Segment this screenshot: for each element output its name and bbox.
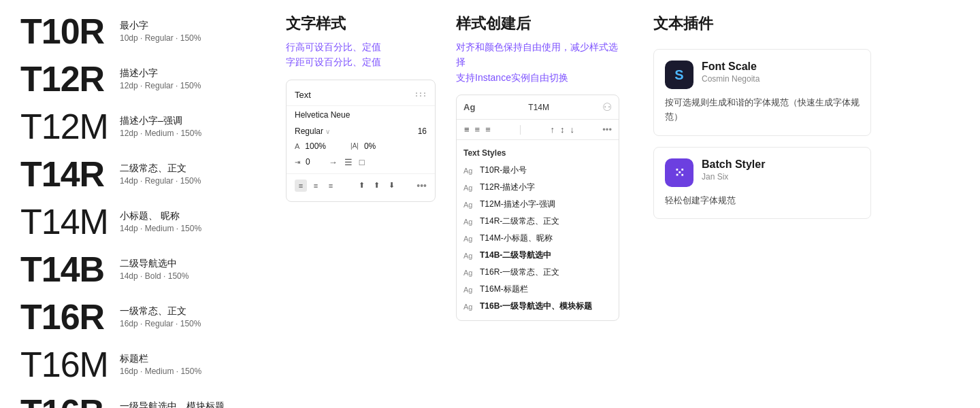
type-desc-t10r: 最小字10dp · Regular · 150%	[120, 20, 201, 43]
text-style-item-5[interactable]: AgT14B-二级导航选中	[457, 247, 619, 264]
type-meta-t10r: 10dp · Regular · 150%	[120, 33, 201, 43]
indent-icon: ⇥	[295, 158, 300, 166]
ts-ag-0: Ag	[463, 167, 474, 175]
drag-handle	[416, 92, 427, 97]
font-family-value: Helvetica Neue	[295, 109, 427, 121]
plugin-name-font-scale: Font Scale	[702, 61, 760, 73]
plugin-card-font-scale[interactable]: SFont ScaleCosmin Negoita按可选规则生成和谐的字体规范（…	[653, 49, 871, 136]
plugins-section: 文本插件 SFont ScaleCosmin Negoita按可选规则生成和谐的…	[647, 14, 960, 408]
valign-top-btn[interactable]: ⬆	[356, 180, 368, 192]
type-label-t14r: T14R	[20, 156, 109, 192]
text-style-item-6[interactable]: AgT16R-一级常态、正文	[457, 264, 619, 281]
letter-spacing-icon: |A|	[350, 142, 359, 150]
ts-ag-3: Ag	[463, 218, 474, 226]
align-left-btn[interactable]: ≡	[295, 180, 307, 192]
font-size-value[interactable]: 16	[418, 126, 427, 136]
type-meta-t14b: 14dp · Bold · 150%	[120, 271, 189, 281]
line-height-icon: A	[295, 142, 299, 150]
indent-row: ⇥ 0 → ☰ □	[287, 154, 435, 171]
ts-ag-8: Ag	[463, 303, 474, 311]
type-label-t12m: T12M	[20, 109, 109, 144]
font-weight-size-row: Regular ∨ 16	[287, 124, 435, 139]
valign-bottom-btn[interactable]: ⬇	[386, 180, 398, 192]
text-style-item-0[interactable]: AgT10R-最小号	[457, 162, 619, 179]
figma-style-name: T14M	[528, 103, 549, 112]
type-row-t16m: T16M标题栏16dp · Medium · 150%	[20, 347, 272, 382]
type-name-t14r: 二级常态、正文	[120, 163, 201, 175]
figma-link-icon[interactable]: ⚇	[602, 101, 612, 114]
plugin-author-font-scale: Cosmin Negoita	[702, 74, 760, 84]
ts-name-7: T16M-标题栏	[480, 284, 528, 295]
type-name-t16b: 一级导航选中、模块标题	[120, 401, 225, 408]
arrow-right-icon[interactable]: →	[328, 156, 338, 168]
type-name-t16r: 一级常态、正文	[120, 305, 201, 318]
type-desc-t14r: 二级常态、正文14dp · Regular · 150%	[120, 163, 201, 186]
plugin-desc-font-scale: 按可选规则生成和谐的字体规范（快速生成字体规范）	[665, 96, 860, 124]
ts-name-4: T14M-小标题、昵称	[480, 233, 553, 244]
more-options-btn[interactable]: •••	[416, 180, 427, 191]
type-meta-t14r: 14dp · Regular · 150%	[120, 176, 201, 186]
type-row-t14b: T14B二级导航选中14dp · Bold · 150%	[20, 252, 272, 287]
type-label-t14b: T14B	[20, 252, 109, 287]
type-label-t10r: T10R	[20, 14, 109, 49]
plugin-icon-font-scale: S	[665, 61, 693, 89]
plugin-card-batch-styler[interactable]: ⁙Batch StylerJan Six轻松创建字体规范	[653, 147, 871, 220]
ts-name-0: T10R-最小号	[480, 165, 527, 176]
figma-panel-toolbar: ≡ ≡ ≡ ↑ ↕ ↓ •••	[457, 120, 619, 140]
type-desc-t12r: 描述小字12dp · Regular · 150%	[120, 67, 201, 90]
valign-bot-toolbar-btn[interactable]: ↓	[569, 124, 575, 135]
align-center-toolbar-btn[interactable]: ≡	[474, 124, 481, 135]
ts-name-3: T14R-二级常态、正文	[480, 216, 559, 227]
valign-top-toolbar-btn[interactable]: ↑	[549, 124, 555, 135]
type-meta-t14m: 14dp · Medium · 150%	[120, 224, 201, 233]
type-desc-t16r: 一级常态、正文16dp · Regular · 150%	[120, 305, 201, 328]
type-name-t10r: 最小字	[120, 20, 201, 32]
text-style-title: 文字样式	[286, 14, 436, 34]
align-left-toolbar-btn[interactable]: ≡	[463, 124, 470, 135]
align-center-btn[interactable]: ≡	[310, 180, 322, 192]
line-height-value[interactable]: 100%	[305, 141, 326, 151]
text-style-item-4[interactable]: AgT14M-小标题、昵称	[457, 230, 619, 247]
align-right-toolbar-btn[interactable]: ≡	[485, 124, 491, 135]
valign-middle-btn[interactable]: ⬆	[371, 180, 383, 192]
toolbar-separator	[520, 125, 521, 135]
type-label-t16m: T16M	[20, 347, 109, 382]
type-name-t12r: 描述小字	[120, 67, 201, 80]
after-create-title: 样式创建后	[456, 14, 626, 34]
text-panel: Text Helvetica Neue Regular ∨ 16	[286, 80, 436, 202]
type-row-t16b: T16B一级导航选中、模块标题16dp · Bold · 150%	[20, 394, 272, 408]
ts-name-1: T12R-描述小字	[480, 182, 535, 193]
text-style-item-3[interactable]: AgT14R-二级常态、正文	[457, 213, 619, 230]
type-row-t12m: T12M描述小字–强调12dp · Medium · 150%	[20, 109, 272, 144]
font-family-row[interactable]: Helvetica Neue	[287, 106, 435, 124]
type-meta-t12m: 12dp · Medium · 150%	[120, 129, 201, 138]
type-name-t16m: 标题栏	[120, 353, 201, 365]
toolbar-more-btn[interactable]: •••	[602, 124, 612, 135]
align-right-btn[interactable]: ≡	[325, 180, 337, 192]
valign-mid-toolbar-btn[interactable]: ↕	[559, 124, 566, 135]
line-height-row: A 100% |A| 0%	[287, 139, 435, 154]
font-weight-value[interactable]: Regular ∨	[295, 126, 418, 136]
figma-panel-header: Ag T14M ⚇	[457, 95, 619, 120]
indent-value[interactable]: 0	[306, 157, 310, 167]
text-styles-list: Text Styles AgT10R-最小号AgT12R-描述小字AgT12M-…	[457, 140, 619, 320]
type-desc-t16b: 一级导航选中、模块标题16dp · Bold · 150%	[120, 401, 225, 408]
type-label-t12r: T12R	[20, 61, 109, 97]
valign-toolbar: ↑ ↕ ↓	[549, 124, 575, 135]
plugin-info-batch-styler: Batch StylerJan Six	[702, 158, 765, 182]
text-style-subtitle: 行高可设百分比、定值 字距可设百分比、定值	[286, 39, 436, 70]
type-label-t16b: T16B	[20, 394, 109, 408]
plugin-desc-batch-styler: 轻松创建字体规范	[665, 194, 860, 208]
page-container: T10R最小字10dp · Regular · 150%T12R描述小字12dp…	[0, 0, 980, 408]
plugin-name-batch-styler: Batch Styler	[702, 158, 765, 171]
text-style-item-1[interactable]: AgT12R-描述小字	[457, 179, 619, 196]
letter-spacing-value[interactable]: 0%	[364, 141, 376, 151]
align-justify-icon[interactable]: ☰	[344, 156, 353, 168]
truncate-icon[interactable]: □	[359, 156, 365, 168]
text-style-item-2[interactable]: AgT12M-描述小字-强调	[457, 196, 619, 213]
text-style-section: 文字样式 行高可设百分比、定值 字距可设百分比、定值 Text Helvetic…	[286, 14, 456, 408]
text-style-item-8[interactable]: AgT16B-一级导航选中、模块标题	[457, 298, 619, 315]
type-row-t16r: T16R一级常态、正文16dp · Regular · 150%	[20, 299, 272, 335]
vertical-align-group: ⬆ ⬆ ⬇	[356, 180, 398, 192]
text-style-item-7[interactable]: AgT16M-标题栏	[457, 281, 619, 298]
